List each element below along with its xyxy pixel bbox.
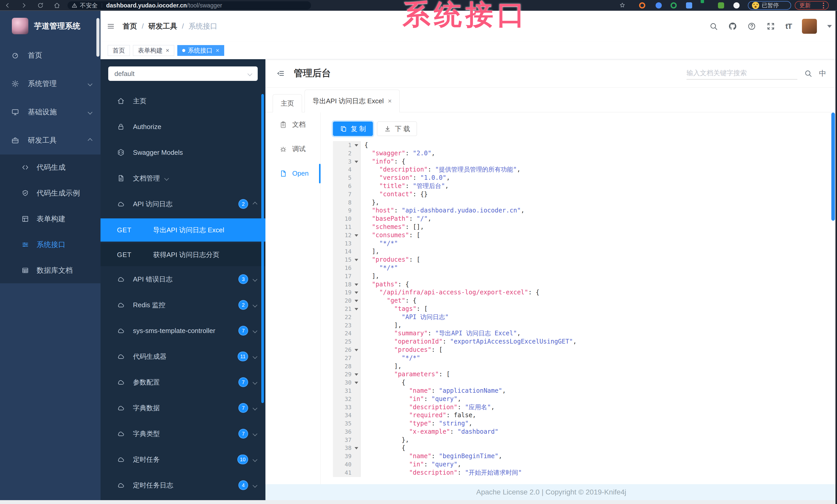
fold-caret-icon[interactable] [352, 141, 360, 149]
api-tree-item-8[interactable]: Redis 监控2 [101, 292, 265, 318]
api-tree-item-14[interactable]: 定时任务10 [101, 447, 265, 472]
api-tree-item-1[interactable]: Authorize [101, 114, 265, 139]
doc-tab-active[interactable]: 导出API 访问日志 Excel× [305, 90, 400, 112]
tag-item[interactable]: 表单构建× [133, 45, 174, 56]
sidebar-logo-row[interactable]: 芋道管理系统 [0, 11, 101, 41]
bookmark-star-icon[interactable] [619, 2, 626, 8]
fold-caret-icon[interactable] [352, 231, 360, 240]
breadcrumb-item[interactable]: 研发工具 [148, 21, 177, 31]
sidebar-item-3[interactable]: 研发工具 [0, 126, 101, 154]
extension-icon[interactable] [656, 2, 662, 8]
fold-gutter [352, 240, 360, 248]
api-tree-item-label: Swagger Models [133, 149, 183, 156]
sidebar-scrollbar[interactable] [96, 18, 100, 57]
api-count-badge: 11 [237, 352, 248, 361]
code-line: 36 "x-example": "dashboard" [333, 428, 829, 436]
doc-tab-0[interactable]: 主页 [273, 94, 302, 112]
fullscreen-icon[interactable] [766, 22, 775, 31]
api-group-select[interactable]: default [108, 67, 258, 81]
sidebar-subitem-1[interactable]: 代码生成示例 [0, 180, 101, 206]
api-tree-item-13[interactable]: 字典类型7 [101, 421, 265, 447]
api-operation-label: 导出API 访问日志 Excel [153, 226, 224, 235]
main-scrollbar[interactable] [831, 113, 835, 221]
api-tree-item-10[interactable]: 代码生成器11 [101, 343, 265, 369]
browser-back-icon[interactable] [4, 2, 11, 9]
help-icon[interactable] [747, 22, 756, 31]
address-bar[interactable]: 不安全 dashboard.yudao.iocoder.cn /tool/swa… [68, 1, 311, 10]
code-text: "name": "beginBeginTime", [360, 452, 502, 461]
doc-nav-调试[interactable]: 调试 [265, 137, 320, 161]
profile-paused-badge[interactable]: 已暂停 [748, 1, 791, 10]
github-icon[interactable] [728, 22, 737, 31]
security-label[interactable]: 不安全 [80, 2, 98, 10]
fold-caret-icon[interactable] [352, 280, 360, 289]
browser-forward-icon[interactable] [21, 2, 27, 9]
api-tree-item-9[interactable]: sys-sms-template-controller7 [101, 318, 265, 343]
doc-collapse-icon[interactable] [276, 69, 285, 78]
fold-caret-icon[interactable] [352, 370, 360, 378]
sidebar-subitem-4[interactable]: 数据库文档 [0, 258, 101, 283]
browser-menu-icon[interactable] [823, 3, 824, 8]
extension-icon[interactable] [686, 2, 692, 8]
menu-collapse-icon[interactable] [107, 22, 115, 31]
api-tree-item-12[interactable]: 字典数据7 [101, 395, 265, 421]
api-operation-6[interactable]: GET获得API 访问日志分页 [101, 243, 265, 266]
sidebar-item-1[interactable]: 系统管理 [0, 70, 101, 98]
api-operation-active[interactable]: GET导出API 访问日志 Excel [101, 218, 265, 242]
browser-update-button[interactable]: 更新 [795, 1, 829, 10]
sidebar-subitem-2[interactable]: 表单构建 [0, 206, 101, 232]
api-tree-item-4[interactable]: API 访问日志2 [101, 191, 265, 217]
api-tree-item-7[interactable]: API 错误日志3 [101, 266, 265, 292]
sidebar-item-2[interactable]: 基础设施 [0, 98, 101, 126]
tag-close-icon[interactable]: × [216, 47, 219, 54]
api-tree-item-0[interactable]: 主页 [101, 88, 265, 114]
code-line: 40 "in": "query", [333, 461, 829, 469]
line-number: 9 [333, 207, 352, 215]
api-tree-item-11[interactable]: 参数配置7 [101, 369, 265, 395]
api-tree-item-16[interactable]: 岗位7 [101, 498, 265, 500]
breadcrumb-item[interactable]: 首页 [123, 21, 137, 31]
fold-caret-icon[interactable] [352, 378, 360, 387]
tab-close-icon[interactable]: × [388, 97, 392, 105]
url-path[interactable]: /tool/swagger [187, 2, 222, 9]
sidebar-subitem-3[interactable]: 系统接口 [0, 232, 101, 258]
fold-caret-icon[interactable] [352, 256, 360, 264]
user-avatar[interactable] [802, 19, 817, 34]
extension-icon[interactable] [671, 2, 677, 8]
code-line: 6 "title": "管理后台", [333, 182, 829, 190]
doc-search-icon[interactable] [804, 69, 812, 77]
doc-nav-文档[interactable]: 文档 [265, 112, 320, 137]
app-sidebar: 芋道管理系统 首页系统管理基础设施研发工具代码生成代码生成示例表单构建系统接口数… [0, 11, 101, 500]
doc-search-input[interactable] [687, 67, 797, 79]
tag-active[interactable]: 系统接口× [177, 45, 224, 56]
sidebar-subitem-0[interactable]: 代码生成 [0, 154, 101, 180]
font-size-icon[interactable]: tT [785, 22, 791, 31]
avatar-caret-icon[interactable] [827, 25, 832, 28]
download-button[interactable]: 下 载 [377, 122, 417, 136]
url-host[interactable]: dashboard.yudao.iocoder.cn [106, 2, 187, 9]
language-toggle-icon[interactable]: 中 [819, 69, 826, 78]
fold-caret-icon[interactable] [352, 346, 360, 354]
json-code-editor[interactable]: 1{2 "swagger": "2.0",3 "info": {4 "descr… [333, 141, 829, 477]
fold-caret-icon[interactable] [352, 157, 360, 166]
extension-icon[interactable] [639, 2, 645, 8]
api-tree-scrollbar[interactable] [261, 94, 264, 403]
extension-icon[interactable] [718, 2, 724, 8]
extension-icon[interactable] [733, 2, 740, 8]
search-icon[interactable] [709, 22, 718, 31]
line-number: 14 [333, 247, 352, 256]
fold-caret-icon[interactable] [352, 444, 360, 452]
api-tree-item-15[interactable]: 定时任务日志4 [101, 472, 265, 498]
copy-button[interactable]: 复 制 [333, 122, 373, 136]
sidebar-item-0[interactable]: 首页 [0, 41, 101, 70]
browser-reload-icon[interactable] [37, 2, 44, 9]
api-tree-item-3[interactable]: 文档管理 [101, 165, 265, 191]
api-tree-item-2[interactable]: Swagger Models [101, 139, 265, 165]
fold-caret-icon[interactable] [352, 305, 360, 313]
tag-close-icon[interactable]: × [166, 47, 169, 54]
browser-home-icon[interactable] [54, 2, 60, 9]
fold-caret-icon[interactable] [352, 297, 360, 305]
doc-nav-open[interactable]: Open [265, 161, 320, 186]
tag-item[interactable]: 首页 [108, 45, 130, 56]
fold-caret-icon[interactable] [352, 288, 360, 297]
